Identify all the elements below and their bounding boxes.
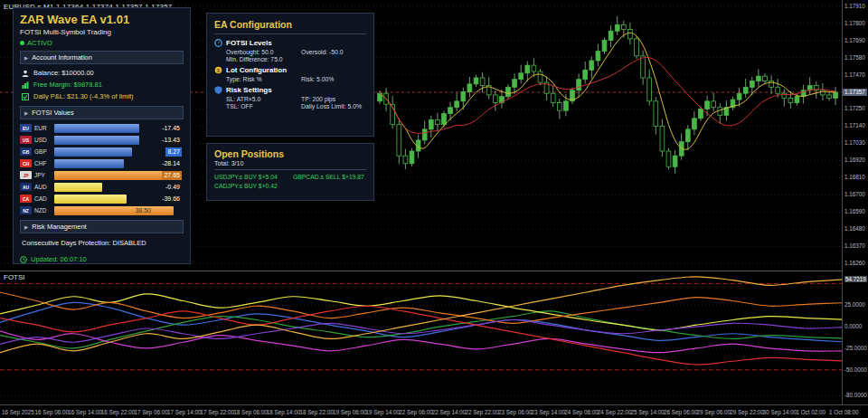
indicator-tick-label: 0.0000 [844,323,862,329]
time-tick-label: 22 Sep 22:00 [465,409,498,415]
flag-icon: AU [20,183,32,191]
config-value: Min. Difference: 75.0 [226,56,297,62]
price-scale[interactable]: 1.179101.178001.176901.175801.174701.173… [842,0,868,404]
chart-bars-icon [22,81,29,89]
ea-panel-subtitle: FOTSI Multi-Symbol Trading [20,28,184,36]
zar-wave-ea-panel: ZAR Wave EA v1.01 FOTSI Multi-Symbol Tra… [13,7,191,264]
lot-configuration-values: Type: Risk % Risk: 5.00% [214,76,366,82]
time-tick-label: 1 Oct 08:00 [829,409,859,415]
price-tick-label: 1.17140 [844,122,865,128]
fotsi-indicator-label: FOTSI [4,273,25,281]
positions-list: USDJPY.s BUY $+5.04GBPCAD.s SELL $+19.87… [214,174,366,189]
price-tick-label: 1.17910 [844,3,865,9]
check-icon [22,93,29,100]
ma-slow-line [380,57,835,133]
currency-label: CHF [34,160,52,166]
price-tick-label: 1.17030 [844,139,865,146]
updated-timestamp: Updated: 06:07:10 [20,255,184,263]
currency-label: CAD [34,195,52,202]
price-tick-label: 1.16480 [844,225,865,232]
free-margin-row: Free Margin: $9878.81 [20,79,184,90]
strength-bar-track: -13.43 [54,136,184,145]
positions-total: Total: 3/10 [214,160,366,170]
fotsi-row-chf: CHCHF-28.14 [20,157,184,169]
strength-bar-track: -39.66 [54,195,184,204]
fotsi-lines-layer [0,277,843,365]
price-tick-label: 1.16810 [844,174,865,180]
daily-pnl-value: Daily P&L: $21.30 (-4.3% of limit) [33,92,133,100]
section-label: Risk Management [32,223,86,231]
section-header-risk-management[interactable]: ▶ Risk Management [20,220,184,233]
moving-averages-layer [380,33,835,149]
time-tick-label: 17 Sep 22:00 [201,409,234,415]
fotsi-row-gbp: GBGBP8.27 [20,146,184,157]
time-tick-label: 25 Sep 14:00 [630,409,664,415]
risk-settings-values: SL: ATR×5.0 TP: 200 pips TSL: OFF Daily … [214,96,366,109]
price-tick-label: 1.17690 [844,37,865,43]
fotsi-row-jpy: JPJPY27.65 [20,169,184,181]
time-axis[interactable]: 16 Sep 202516 Sep 06:0016 Sep 14:0016 Se… [0,404,868,418]
strength-bar [54,147,132,157]
position-item: USDJPY.s BUY $+5.04 [214,174,288,180]
flag-icon: GB [20,147,32,156]
flag-icon: NZ [20,206,32,214]
ea-configuration-panel: EA Configuration FOTSI Levels Overbought… [206,13,374,137]
mt5-chart-window: EURUSD.s,M1 1.17364 1.17374 1.17357 1.17… [0,0,868,418]
strength-bar [54,195,127,204]
price-tick-label: 1.16260 [844,260,865,266]
ea-config-title: EA Configuration [214,19,366,34]
section-label: Account Information [32,53,92,62]
fotsi-line-usd [0,311,843,348]
time-tick-label: 30 Sep 14:00 [763,409,797,415]
indicator-tick-label: -80.0000 [844,392,867,398]
currency-label: NZD [34,207,52,214]
section-header-account-information[interactable]: ▶ Account Information [20,51,184,64]
flag-icon: CA [20,195,32,203]
config-value: Risk: 5.00% [301,76,366,82]
time-tick-label: 24 Sep 06:00 [564,409,598,415]
fotsi-levels-heading: FOTSI Levels [214,39,366,47]
time-tick-label: 29 Sep 22:00 [730,409,763,415]
position-item: GBPCAD.s SELL $+19.87 [293,174,366,180]
strength-value: -28.14 [160,159,182,168]
price-tick-label: 1.16700 [844,191,865,197]
strength-bar-track: 38.50 [54,206,184,215]
current-price-tag: 1.17357 [843,89,867,96]
fotsi-line-jpy [0,292,843,323]
free-margin-value: Free Margin: $9878.81 [33,81,102,89]
strength-bar-track: 8.27 [54,147,184,157]
currency-label: EUR [34,125,52,131]
strength-bar [54,206,174,215]
strength-value: -0.49 [164,183,182,192]
flag-icon: CH [20,159,32,167]
time-tick-label: 16 Sep 2025 [2,409,34,415]
time-tick-label: 18 Sep 22:00 [299,409,333,415]
strength-bar-track: -0.49 [54,183,184,192]
strength-value: -13.43 [160,136,182,145]
strength-value: -17.45 [160,124,182,133]
time-tick-label: 26 Sep 06:00 [664,409,697,415]
lot-configuration-heading: $ Lot Configuration [214,66,366,74]
fotsi-levels-values: Overbought: 50.0 Oversold: -50.0 Min. Di… [214,49,366,62]
strength-bar [54,124,139,133]
risk-settings-heading: Risk Settings [214,86,366,94]
active-status-dot-icon [20,41,24,45]
risk-protection-text: Consecutive Days Protection: DISABLED [20,236,184,251]
strength-bar-track: 27.65 [54,171,184,180]
price-tick-label: 1.16590 [844,208,865,214]
price-tick-label: 1.17250 [844,105,865,111]
section-header-fotsi-values[interactable]: ▶ FOTSI Values [20,106,184,119]
fotsi-row-nzd: NZNZD38.50 [20,204,184,216]
shield-icon [214,86,222,94]
time-tick-label: 24 Sep 22:00 [598,409,631,415]
person-icon [22,70,29,77]
price-tick-label: 1.16920 [844,157,865,163]
strength-bar [54,136,139,145]
gauge-icon [214,39,222,47]
time-tick-label: 23 Sep 14:00 [532,409,565,415]
indicator-tick-label: 54.7219 [844,276,867,282]
ea-status: ACTIVO [20,39,184,47]
flag-icon: EU [20,124,32,132]
coins-icon: $ [214,66,222,74]
config-value: SL: ATR×5.0 [226,96,297,102]
